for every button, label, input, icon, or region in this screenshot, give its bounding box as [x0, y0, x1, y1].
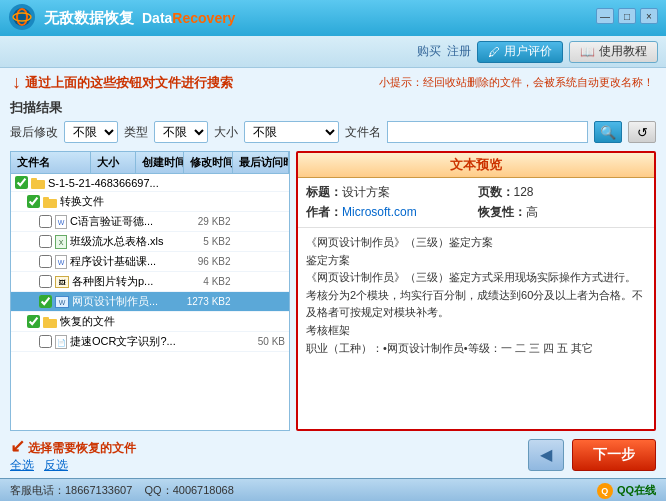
search-btn[interactable]: 🔍 [594, 121, 622, 143]
preview-text-4: 考核框架 [306, 322, 646, 340]
row-created: 2 [225, 276, 285, 287]
bottom-area: ↙ 选择需要恢复的文件 全选 反选 ◀ 下一步 [0, 431, 666, 478]
row-checkbox[interactable] [39, 295, 52, 308]
svg-rect-9 [43, 317, 49, 320]
last-modified-select[interactable]: 不限 今天 昨天 本周 [64, 121, 118, 143]
size-select[interactable]: 不限 <100KB 100KB-1MB >1MB [244, 121, 339, 143]
row-checkbox[interactable] [39, 235, 52, 248]
author-value: Microsoft.com [342, 205, 417, 219]
row-checkbox[interactable] [27, 315, 40, 328]
header-size: 大小 [91, 152, 136, 173]
hint-banner: ↓ 通过上面的这些按钮对文件进行搜索 小提示：经回收站删除的文件，会被系统自动更… [0, 68, 666, 97]
table-row[interactable]: S-1-5-21-468366697... [11, 174, 289, 192]
app-name: 无敌数据恢复 [44, 9, 134, 28]
meta-author: 作者：Microsoft.com [306, 204, 475, 221]
nav-bar: 购买 注册 🖊 用户评价 📖 使用教程 [0, 36, 666, 68]
table-row[interactable]: 📄 捷速OCR文字识别?... 50 KB [11, 332, 289, 352]
row-checkbox[interactable] [39, 215, 52, 228]
meta-recovery: 恢复性：高 [478, 204, 647, 221]
table-row[interactable]: X 班级流水总表格.xls 5 KB 2 [11, 232, 289, 252]
header-filename: 文件名 [11, 152, 91, 173]
row-checkbox[interactable] [39, 275, 52, 288]
close-btn[interactable]: × [640, 8, 658, 24]
row-created: 2 [225, 236, 285, 247]
last-modified-label: 最后修改 [10, 124, 58, 141]
row-checkbox[interactable] [27, 195, 40, 208]
doc-icon: 📄 [55, 335, 67, 349]
row-checkbox[interactable] [39, 255, 52, 268]
main-content: 文件名 大小 创建时间 修改时间 最后访问时间 S-1-5-21-4683666… [0, 151, 666, 431]
meta-pages: 页数：128 [478, 184, 647, 201]
row-checkbox[interactable] [39, 335, 52, 348]
size-label: 大小 [214, 124, 238, 141]
row-checkbox[interactable] [15, 176, 28, 189]
online-text: QQ在线 [617, 483, 656, 498]
type-group: 不限 文档 图片 视频 [154, 121, 208, 143]
buy-link[interactable]: 购买 [417, 43, 441, 60]
arrow-left-icon: ↙ [10, 436, 25, 456]
maximize-btn[interactable]: □ [618, 8, 636, 24]
title-label: 标题： [306, 185, 342, 199]
brand-name: DataRecovery [142, 10, 235, 26]
next-btn[interactable]: 下一步 [572, 439, 656, 471]
doc-icon: W [55, 215, 67, 229]
pages-value: 128 [514, 185, 534, 199]
row-created: 2 [225, 256, 285, 267]
size-group: 不限 <100KB 100KB-1MB >1MB [244, 121, 339, 143]
row-size: 50 KB [230, 336, 285, 347]
file-tree: 文件名 大小 创建时间 修改时间 最后访问时间 S-1-5-21-4683666… [10, 151, 290, 431]
table-row[interactable]: W C语言验证哥德... 29 KB 2 [11, 212, 289, 232]
select-all-link[interactable]: 全选 [10, 458, 34, 472]
phone-text: 客服电话：18667133607 [10, 484, 132, 496]
table-row[interactable]: 恢复的文件 [11, 312, 289, 332]
folder-icon [43, 195, 57, 208]
author-label: 作者： [306, 205, 342, 219]
status-bar: 客服电话：18667133607 QQ：4006718068 Q QQ在线 [0, 478, 666, 501]
row-name: 班级流水总表格.xls [70, 234, 170, 249]
app-logo [8, 3, 44, 34]
svg-rect-4 [31, 180, 45, 189]
preview-meta: 标题：设计方案 页数：128 作者：Microsoft.com 恢复性：高 [298, 178, 654, 228]
filename-input[interactable] [387, 121, 588, 143]
bottom-links: 全选 反选 [10, 457, 136, 474]
invert-select-link[interactable]: 反选 [44, 458, 68, 472]
row-name: 恢复的文件 [60, 314, 230, 329]
tutorial-btn[interactable]: 📖 使用教程 [569, 41, 658, 63]
tree-header: 文件名 大小 创建时间 修改时间 最后访问时间 [11, 152, 289, 174]
doc-icon: W [55, 255, 67, 269]
recovery-label: 恢复性： [478, 205, 526, 219]
preview-text-5: 职业（工种）：•网页设计制作员•等级：一 二 三 四 五 其它 [306, 340, 646, 358]
refresh-btn[interactable]: ↺ [628, 121, 656, 143]
row-name: C语言验证哥德... [70, 214, 170, 229]
title-value: 设计方案 [342, 185, 390, 199]
folder-icon [43, 315, 57, 328]
row-created: 2 [225, 296, 285, 307]
user-review-btn[interactable]: 🖊 用户评价 [477, 41, 563, 63]
scan-title: 扫描结果 [10, 99, 656, 117]
svg-rect-5 [31, 178, 37, 181]
row-created: 2 [225, 216, 285, 227]
preview-panel: 文本预览 标题：设计方案 页数：128 作者：Microsoft.com 恢复性… [296, 151, 656, 431]
row-name: 捷速OCR文字识别?... [70, 334, 230, 349]
arrow-icon: ↓ [12, 72, 21, 93]
refresh-icon: ↺ [637, 125, 648, 140]
img-icon: 🖼 [55, 276, 69, 288]
status-contact: 客服电话：18667133607 QQ：4006718068 [10, 483, 234, 498]
filename-label: 文件名 [345, 124, 381, 141]
table-row[interactable]: W 程序设计基础课... 96 KB 2 [11, 252, 289, 272]
table-row[interactable]: W 网页设计制作员... 1273 KB 2 [11, 292, 289, 312]
table-row[interactable]: 转换文件 [11, 192, 289, 212]
row-name: 网页设计制作员... [72, 294, 170, 309]
scan-section: 扫描结果 最后修改 不限 今天 昨天 本周 类型 不限 文档 图片 视频 大小 … [0, 97, 666, 151]
table-row[interactable]: 🖼 各种图片转为p... 4 KB 2 [11, 272, 289, 292]
svg-rect-6 [43, 199, 57, 208]
user-icon: 🖊 [488, 45, 500, 59]
prev-btn[interactable]: ◀ [528, 439, 564, 471]
type-select[interactable]: 不限 文档 图片 视频 [154, 121, 208, 143]
hint-main: ↓ 通过上面的这些按钮对文件进行搜索 [12, 72, 233, 93]
recovery-value: 高 [526, 205, 538, 219]
svg-rect-8 [43, 319, 57, 328]
register-link[interactable]: 注册 [447, 43, 471, 60]
minimize-btn[interactable]: — [596, 8, 614, 24]
row-size: 5 KB [170, 236, 225, 247]
